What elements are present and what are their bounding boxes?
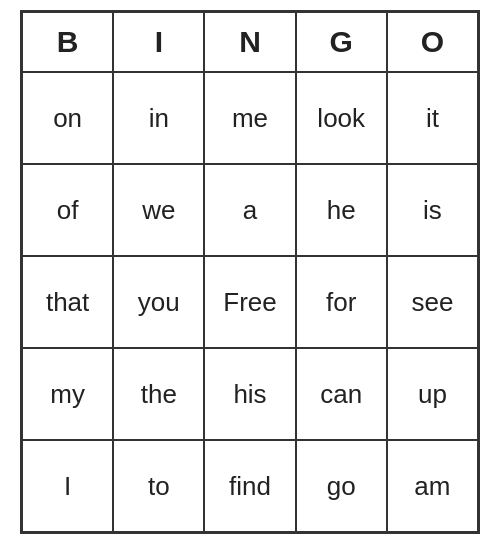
cell-r1-c2: a bbox=[204, 164, 295, 256]
cell-r0-c2: me bbox=[204, 72, 295, 164]
data-row-4: Itofindgoam bbox=[22, 440, 478, 532]
cell-r4-c2: find bbox=[204, 440, 295, 532]
header-cell-g: G bbox=[296, 12, 387, 72]
cell-r4-c1: to bbox=[113, 440, 204, 532]
data-row-2: thatyouFreeforsee bbox=[22, 256, 478, 348]
cell-r3-c4: up bbox=[387, 348, 478, 440]
cell-r4-c4: am bbox=[387, 440, 478, 532]
bingo-card: BINGO oninmelookitofweaheisthatyouFreefo… bbox=[20, 10, 480, 534]
cell-r2-c4: see bbox=[387, 256, 478, 348]
cell-r0-c3: look bbox=[296, 72, 387, 164]
cell-r2-c0: that bbox=[22, 256, 113, 348]
header-cell-b: B bbox=[22, 12, 113, 72]
cell-r0-c1: in bbox=[113, 72, 204, 164]
cell-r4-c3: go bbox=[296, 440, 387, 532]
cell-r1-c4: is bbox=[387, 164, 478, 256]
cell-r3-c0: my bbox=[22, 348, 113, 440]
data-row-1: ofweaheis bbox=[22, 164, 478, 256]
header-row: BINGO bbox=[22, 12, 478, 72]
cell-r3-c1: the bbox=[113, 348, 204, 440]
data-row-3: mythehiscanup bbox=[22, 348, 478, 440]
header-cell-i: I bbox=[113, 12, 204, 72]
cell-r2-c3: for bbox=[296, 256, 387, 348]
cell-r0-c0: on bbox=[22, 72, 113, 164]
data-row-0: oninmelookit bbox=[22, 72, 478, 164]
cell-r1-c1: we bbox=[113, 164, 204, 256]
cell-r4-c0: I bbox=[22, 440, 113, 532]
cell-r3-c3: can bbox=[296, 348, 387, 440]
cell-r2-c1: you bbox=[113, 256, 204, 348]
cell-r1-c3: he bbox=[296, 164, 387, 256]
header-cell-o: O bbox=[387, 12, 478, 72]
cell-r1-c0: of bbox=[22, 164, 113, 256]
cell-r2-c2: Free bbox=[204, 256, 295, 348]
cell-r0-c4: it bbox=[387, 72, 478, 164]
cell-r3-c2: his bbox=[204, 348, 295, 440]
header-cell-n: N bbox=[204, 12, 295, 72]
